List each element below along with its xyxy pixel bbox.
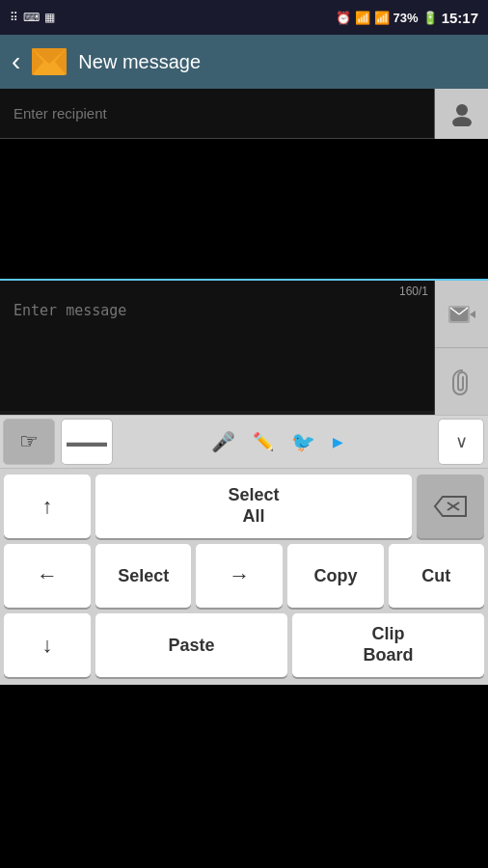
message-counter: 160/1 (399, 285, 428, 298)
back-button[interactable]: ‹ (12, 46, 20, 77)
send-button[interactable] (435, 281, 488, 348)
pencil-icon[interactable]: ✏️ (253, 431, 274, 452)
recipient-input[interactable] (0, 89, 434, 138)
paperclip-icon (451, 368, 473, 395)
signal-icon: 📶 (374, 11, 390, 25)
attach-button[interactable] (435, 348, 488, 415)
keyboard-collapse-button[interactable]: ∨ (438, 419, 484, 465)
twitter-icon[interactable]: 🐦 (291, 430, 315, 453)
copy-label: Copy (313, 566, 357, 586)
paste-label: Paste (168, 636, 214, 656)
notification-icon-3: ▦ (44, 11, 55, 24)
up-arrow-icon: ↑ (42, 494, 53, 519)
status-left-icons: ⠿ ⌨ ▦ (10, 11, 55, 24)
status-bar: ⠿ ⌨ ▦ ⏰ 📶 📶 73% 🔋 15:17 (0, 0, 488, 35)
right-arrow-icon: → (229, 563, 250, 588)
twitter-arrow: ▶ (333, 434, 343, 449)
alarm-icon: ⏰ (336, 11, 351, 25)
keyboard-row-3: ↓ Paste Clip Board (4, 613, 484, 677)
kb-tools-middle: 🎤 ✏️ 🐦 ▶ (116, 430, 438, 453)
select-label: Select (118, 566, 169, 586)
clock: 15:17 (442, 10, 478, 26)
person-icon (449, 101, 474, 126)
layout-icon-3: ▬ (94, 435, 107, 448)
backspace-icon (433, 495, 468, 518)
cut-key[interactable]: Cut (389, 544, 484, 608)
down-arrow-key[interactable]: ↓ (4, 613, 91, 677)
keyboard-row-1: ↑ Select All (4, 475, 484, 538)
header: ‹ New message (0, 35, 488, 89)
keyboard-toolbar: ☞ ▬ ▬ ▬ 🎤 ✏️ 🐦 ▶ ∨ (0, 415, 488, 469)
select-all-label: Select All (228, 485, 279, 527)
notification-icon-2: ⌨ (23, 11, 40, 24)
up-arrow-key[interactable]: ↑ (4, 475, 91, 538)
battery-percent: 73% (393, 11, 419, 25)
select-all-key[interactable]: Select All (95, 475, 412, 538)
message-input[interactable] (0, 281, 434, 411)
wifi-icon: 📶 (355, 11, 370, 25)
left-arrow-icon: ← (37, 563, 58, 588)
svg-marker-11 (435, 497, 466, 516)
notification-icon-1: ⠿ (10, 11, 18, 24)
svg-marker-8 (470, 311, 475, 318)
keyboard-area: ↑ Select All ← Select → Copy Cut (0, 469, 488, 685)
layout-icon: ▬ (67, 435, 80, 448)
send-icon (448, 304, 475, 325)
delete-key[interactable] (417, 475, 484, 538)
paste-key[interactable]: Paste (95, 613, 287, 677)
envelope-icon (32, 48, 67, 75)
keyboard-row-2: ← Select → Copy Cut (4, 544, 484, 608)
clipboard-key[interactable]: Clip Board (292, 613, 484, 677)
chevron-down-icon: ∨ (455, 431, 468, 452)
copy-key[interactable]: Copy (287, 544, 383, 608)
svg-point-4 (456, 104, 468, 116)
keyboard-type-button-2[interactable]: ▬ ▬ ▬ (61, 419, 113, 465)
message-actions (434, 281, 488, 415)
recipient-row (0, 89, 488, 139)
black-area (0, 139, 488, 279)
right-arrow-key[interactable]: → (196, 544, 283, 608)
microphone-icon[interactable]: 🎤 (211, 430, 235, 453)
keyboard-type-button-1[interactable]: ☞ (3, 419, 55, 465)
message-input-wrap: 160/1 (0, 281, 434, 415)
page-title: New message (78, 51, 201, 73)
clipboard-label: Clip Board (363, 624, 413, 665)
contact-picker-button[interactable] (434, 89, 488, 139)
left-arrow-key[interactable]: ← (4, 544, 91, 608)
svg-point-5 (452, 117, 472, 126)
cut-label: Cut (421, 566, 450, 586)
message-area: 160/1 (0, 279, 488, 415)
hand-icon: ☞ (19, 429, 39, 454)
down-arrow-icon: ↓ (42, 633, 53, 658)
layout-icon-2: ▬ (80, 435, 94, 448)
status-right: ⏰ 📶 📶 73% 🔋 15:17 (336, 10, 478, 26)
battery-icon: 🔋 (422, 11, 438, 25)
select-key[interactable]: Select (95, 544, 191, 608)
